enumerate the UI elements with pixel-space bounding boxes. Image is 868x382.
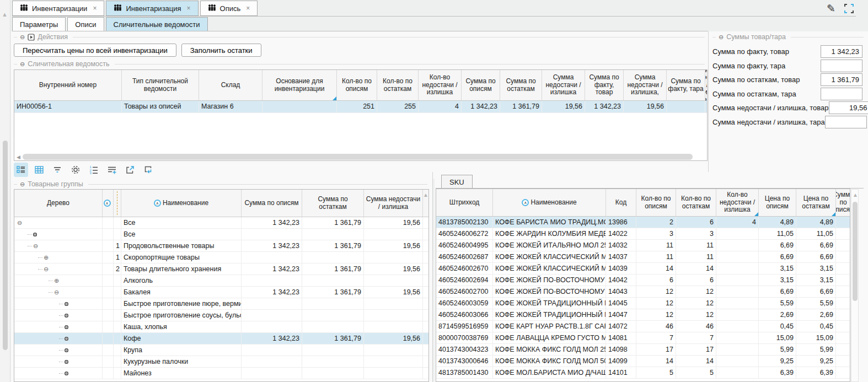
column-splitter[interactable] xyxy=(117,191,117,215)
tree-cell[interactable]: ⊕ xyxy=(14,275,103,286)
tree-row[interactable]: Быстрое приготовление соусы, бульон xyxy=(14,310,428,321)
column-header[interactable]: Склад xyxy=(199,70,262,100)
tree-cell[interactable] xyxy=(14,298,103,309)
table-row[interactable]: 4605246003066КОФЕ ЖОКЕЙ ТРАДИЦИОННЫЙ МО1… xyxy=(436,309,850,321)
table-row[interactable]: 4605246002694КОФЕ ЖОКЕЙ ПО-ВОСТОЧНОМУ М1… xyxy=(436,275,850,286)
filter-icon[interactable] xyxy=(50,163,65,177)
tree-row[interactable]: Крупа xyxy=(14,345,428,356)
collapse-icon[interactable]: ⊖ xyxy=(20,61,25,67)
tab-2[interactable]: Инвентаризация× xyxy=(106,1,198,16)
groups-vscrollbar[interactable]: ▲ xyxy=(422,190,429,381)
column-header[interactable]: Штрихкод xyxy=(436,189,493,216)
table-row[interactable]: 4605246006272КОФЕ ЖАРДИН КОЛУМБИЯ МЕДЕЛ.… xyxy=(436,228,850,240)
column-header[interactable]: Сумма по остаткам xyxy=(302,190,364,217)
open-external-icon[interactable] xyxy=(123,163,137,177)
tree-row[interactable]: Кукурузные палочки xyxy=(14,356,428,368)
table-row[interactable]: 4013743000646КОФЕ МОККА ФИКС ГОЛД МОЛ 50… xyxy=(436,356,850,367)
tree-cell[interactable] xyxy=(14,356,103,367)
subtab-3[interactable]: Сличительные ведомости xyxy=(106,17,208,31)
tree-expand-icon[interactable]: ⊕ xyxy=(44,255,49,261)
tree-row[interactable]: Все xyxy=(14,229,428,240)
column-header[interactable]: Кол-во по остаткам xyxy=(377,70,419,100)
column-header[interactable]: Код xyxy=(606,189,636,216)
column-header[interactable]: Внутренний номер xyxy=(14,70,122,100)
column-header[interactable]: Тип сличительной ведомости xyxy=(122,70,199,100)
scrollbar-thumb[interactable] xyxy=(3,141,8,350)
tree-row[interactable]: Кофе1 342,231 361,7919,56 xyxy=(14,333,428,345)
scroll-left-icon[interactable]: ◀ xyxy=(17,154,20,160)
column-header[interactable]: Сумма недостачи / излишка, тара xyxy=(705,70,708,100)
tree-cell[interactable] xyxy=(14,333,103,344)
tree-collapse-icon[interactable]: ⊖ xyxy=(33,243,38,249)
sums-field-input[interactable] xyxy=(821,73,862,86)
column-header[interactable]: Сумма по факту, тара xyxy=(667,70,705,100)
subtab-1[interactable]: Параметры xyxy=(12,17,66,31)
hscroll-thumb[interactable] xyxy=(23,154,693,160)
collapse-icon[interactable]: ⊖ xyxy=(20,181,25,187)
tree-cell[interactable] xyxy=(14,345,103,356)
tree-cell[interactable]: ⊖ xyxy=(14,217,103,228)
sku-vscrollbar[interactable]: ▲ xyxy=(851,189,859,382)
column-header[interactable]: Сумма недостачи / излишка, xyxy=(624,70,667,100)
column-header[interactable]: Кол-во по остаткам xyxy=(676,189,716,216)
table-row[interactable]: ИН00056-1Товары из описейМагазин 6251255… xyxy=(14,101,707,113)
tree-row[interactable]: ⊕1Скоропортящие товары xyxy=(14,252,428,263)
tree-cell[interactable] xyxy=(14,310,103,321)
tab-close-icon[interactable]: × xyxy=(93,4,97,12)
collapse-icon[interactable]: ⊖ xyxy=(719,34,724,40)
tree-row[interactable]: Каша, хлопья xyxy=(14,321,428,333)
sums-field-input[interactable] xyxy=(821,88,862,100)
tree-row[interactable]: ⊖Бакалея1 342,231 361,7919,56 xyxy=(14,287,428,298)
tree-cell[interactable]: ⊖ xyxy=(14,263,103,275)
tree-collapse-icon[interactable]: ⊖ xyxy=(44,266,49,272)
column-header[interactable]: Сумма недостачи / излишка xyxy=(542,70,585,100)
table-row[interactable]: 4605246004995КОФЕ ЖОКЕЙ ИТАЛЬЯНО МОЛ 250… xyxy=(436,240,850,251)
sums-field-input[interactable] xyxy=(825,116,867,128)
table-row[interactable]: 4605246002700КОФЕ ЖОКЕЙ ПО-ВОСТОЧНОМУ М1… xyxy=(436,286,850,298)
collapse-icon[interactable]: ⊖ xyxy=(20,34,25,40)
tree-cell[interactable]: ⊕ xyxy=(14,252,103,263)
tree-row[interactable]: ⊕Алкоголь xyxy=(14,275,428,287)
column-header[interactable]: Цена по описям xyxy=(759,189,796,216)
tree-cell[interactable]: ⊖ xyxy=(14,287,103,298)
grid-view-icon[interactable] xyxy=(32,163,46,177)
tab-1[interactable]: Инвентаризации× xyxy=(12,1,104,16)
action-button-1[interactable]: Пересчитать цены по всей инвентаризации xyxy=(14,44,176,57)
column-header[interactable]: Кол-во недостачи / излишка xyxy=(716,189,759,216)
column-header[interactable]: Кол-во недостачи / излишка xyxy=(419,70,462,100)
column-header[interactable]: Сумма по остаткам xyxy=(500,70,542,100)
tree-cell[interactable] xyxy=(14,321,103,332)
table-row[interactable]: 4813785001430КОФЕ МОЛ.БАРИСТА МИО Д/ЧАШК… xyxy=(436,367,850,379)
tab-close-icon[interactable]: × xyxy=(246,4,250,12)
column-header[interactable]: ∧Наименование xyxy=(493,189,606,216)
column-header[interactable]: Сумма по описям xyxy=(462,70,500,100)
tree-cell[interactable] xyxy=(14,229,103,240)
run-action-icon[interactable] xyxy=(28,34,35,41)
column-header[interactable]: Кол-во по описям xyxy=(337,70,377,100)
tree-row[interactable]: ⊖1Продовольственные товары1 342,231 361,… xyxy=(14,240,428,252)
sort-ascending-icon[interactable]: ∧ xyxy=(104,200,111,207)
column-header[interactable]: Сумма по описям xyxy=(836,189,850,216)
tree-collapse-icon[interactable]: ⊖ xyxy=(17,220,22,226)
column-header[interactable]: Основание для инвентаризации xyxy=(262,70,337,100)
tree-row[interactable]: ⊖Все1 342,231 361,7919,56 xyxy=(14,217,428,229)
tree-cell[interactable] xyxy=(14,368,103,379)
statement-hscrollbar[interactable]: ◀ xyxy=(17,153,705,160)
subtab-2[interactable]: Описи xyxy=(67,17,104,31)
sums-field-input[interactable] xyxy=(829,101,868,114)
tree-expand-icon[interactable]: ⊕ xyxy=(54,278,59,284)
tab-3[interactable]: Опись× xyxy=(200,1,258,16)
tab-sku[interactable]: SKU xyxy=(441,175,473,189)
numbered-list-icon[interactable]: 123 xyxy=(87,163,101,177)
tree-collapse-icon[interactable]: ⊖ xyxy=(54,289,59,295)
table-row[interactable]: 4013743004323КОФЕ МОККА ФИКС ГОЛД МОЛ 25… xyxy=(436,344,850,356)
sums-field-input[interactable] xyxy=(821,60,862,72)
window-vertical-scrollbar[interactable]: ▲ xyxy=(0,0,10,382)
fullscreen-icon[interactable] xyxy=(844,4,854,13)
vscroll-thumb[interactable] xyxy=(853,202,858,301)
table-row[interactable]: 4605246002670КОФЕ ЖОКЕЙ КЛАССИЧЕСКИЙ МО.… xyxy=(436,263,850,275)
column-header[interactable]: ∧Наименование xyxy=(121,190,242,217)
sort-ascending-icon[interactable]: ∧ xyxy=(154,200,161,207)
action-button-2[interactable]: Заполнить остатки xyxy=(181,44,261,57)
column-header[interactable]: Сумма по описям xyxy=(242,190,302,217)
